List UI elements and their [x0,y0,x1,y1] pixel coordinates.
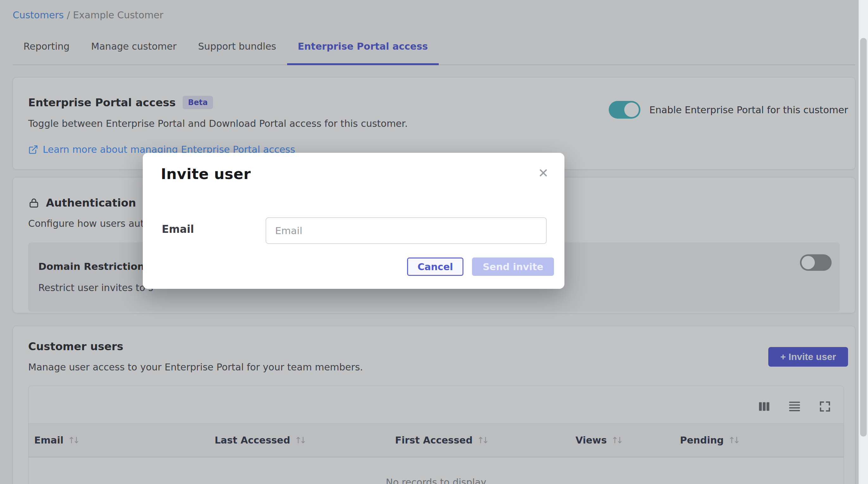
modal-title: Invite user [161,165,251,183]
email-label: Email [162,223,194,235]
page: Customers / Example Customer Reporting M… [0,0,868,484]
cancel-button[interactable]: Cancel [407,258,463,276]
send-invite-button[interactable]: Send invite [472,258,554,276]
scrollbar-thumb[interactable] [860,38,867,437]
scrollbar[interactable] [859,0,868,484]
invite-user-modal: Invite user ✕ Email Cancel Send invite [143,153,564,289]
email-field[interactable] [266,217,547,244]
close-icon[interactable]: ✕ [538,167,549,180]
